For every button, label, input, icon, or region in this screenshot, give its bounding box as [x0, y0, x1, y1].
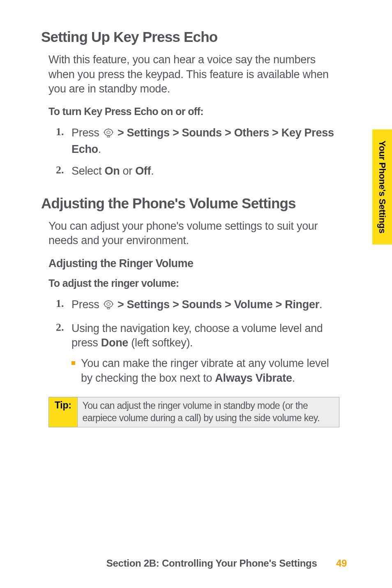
step-suffix: . — [151, 165, 154, 177]
step-number: 1. — [48, 297, 71, 310]
step-body: Select On or Off. — [71, 164, 339, 179]
step-suffix: . — [98, 143, 101, 155]
bullet-bold: Always Vibrate — [215, 372, 292, 384]
page-number: 49 — [336, 558, 347, 569]
bullet-body: You can make the ringer vibrate at any v… — [81, 356, 339, 385]
tip-body: You can adjust the ringer volume in stan… — [78, 397, 339, 427]
step-number: 2. — [48, 164, 71, 176]
sub-bullet-item: You can make the ringer vibrate at any v… — [71, 356, 339, 385]
step-text: (left softkey). — [128, 337, 193, 349]
svg-point-7 — [107, 303, 110, 306]
step-body: Press > Settings > Sounds > Volume > Rin… — [71, 297, 339, 314]
intro-volume-settings: You can adjust your phone's volume setti… — [48, 219, 339, 248]
svg-point-6 — [104, 301, 113, 307]
steps-key-press-echo: 1. Press > Settings > Sounds > Others > … — [48, 126, 339, 179]
step-text: Select — [71, 165, 104, 177]
subheading-ringer-volume: Adjusting the Ringer Volume — [48, 257, 339, 270]
steps-ringer-volume: 1. Press > Settings > Sounds > Volume > … — [48, 297, 339, 390]
step-item: 2. Using the navigation key, choose a vo… — [48, 321, 339, 390]
lead-in-ringer-volume: To adjust the ringer volume: — [48, 277, 339, 289]
nav-key-icon — [103, 299, 114, 314]
svg-rect-11 — [107, 308, 110, 309]
page-content: Setting Up Key Press Echo With this feat… — [0, 0, 392, 588]
bullet-square-icon — [71, 361, 75, 365]
svg-point-0 — [104, 129, 113, 136]
svg-point-1 — [107, 131, 110, 134]
step-bold: Done — [101, 337, 128, 349]
footer-text: Section 2B: Controlling Your Phone's Set… — [106, 558, 317, 569]
step-option-on: On — [104, 165, 120, 177]
step-path: > Settings > Sounds > Volume > Ringer — [118, 298, 319, 311]
tip-box: Tip: You can adjust the ringer volume in… — [48, 397, 339, 427]
step-text: Press — [71, 127, 102, 139]
bullet-text: . — [292, 372, 295, 384]
step-number: 1. — [48, 126, 71, 138]
sub-bullets: You can make the ringer vibrate at any v… — [71, 356, 339, 385]
step-item: 2. Select On or Off. — [48, 164, 339, 179]
svg-rect-5 — [107, 136, 110, 137]
step-body: Press > Settings > Sounds > Others > Key… — [71, 126, 339, 157]
tip-label: Tip: — [49, 397, 78, 427]
step-text: Press — [71, 298, 102, 311]
step-suffix: . — [319, 298, 322, 311]
heading-volume-settings: Adjusting the Phone's Volume Settings — [41, 195, 347, 212]
step-text: or — [120, 165, 135, 177]
step-item: 1. Press > Settings > Sounds > Volume > … — [48, 297, 339, 314]
page-footer: Section 2B: Controlling Your Phone's Set… — [41, 558, 347, 569]
step-item: 1. Press > Settings > Sounds > Others > … — [48, 126, 339, 157]
nav-key-icon — [103, 127, 114, 142]
step-body: Using the navigation key, choose a volum… — [71, 321, 339, 390]
step-number: 2. — [48, 321, 71, 334]
lead-in-key-press-echo: To turn Key Press Echo on or off: — [48, 106, 339, 118]
step-option-off: Off — [135, 165, 151, 177]
intro-key-press-echo: With this feature, you can hear a voice … — [48, 53, 339, 97]
heading-key-press-echo: Setting Up Key Press Echo — [41, 29, 347, 45]
